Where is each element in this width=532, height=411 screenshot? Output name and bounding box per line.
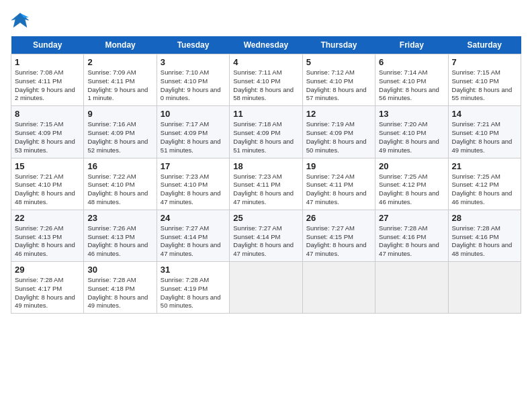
cell-info: Sunrise: 7:25 AMSunset: 4:12 PMDaylight:… — [379, 173, 444, 207]
table-row — [302, 262, 375, 314]
table-row: 16 Sunrise: 7:22 AMSunset: 4:10 PMDaylig… — [84, 158, 157, 210]
cell-info: Sunrise: 7:14 AMSunset: 4:10 PMDaylight:… — [379, 68, 444, 103]
date-number: 17 — [161, 161, 226, 171]
table-row: 25 Sunrise: 7:27 AMSunset: 4:14 PMDaylig… — [230, 210, 302, 261]
date-number: 7 — [452, 57, 517, 67]
cell-info: Sunrise: 7:23 AMSunset: 4:10 PMDaylight:… — [161, 173, 226, 207]
cell-info: Sunrise: 7:15 AMSunset: 4:09 PMDaylight:… — [15, 120, 80, 154]
svg-marker-0 — [11, 13, 28, 28]
table-row: 4 Sunrise: 7:11 AMSunset: 4:10 PMDayligh… — [230, 54, 302, 106]
cell-info: Sunrise: 7:28 AMSunset: 4:18 PMDaylight:… — [87, 276, 152, 310]
day-header-sunday: Sunday — [11, 36, 84, 54]
date-number: 3 — [161, 57, 226, 67]
table-row: 6 Sunrise: 7:14 AMSunset: 4:10 PMDayligh… — [375, 54, 448, 106]
day-header-wednesday: Wednesday — [230, 36, 302, 54]
date-number: 26 — [306, 213, 371, 223]
calendar-table: SundayMondayTuesdayWednesdayThursdayFrid… — [11, 36, 521, 314]
cell-info: Sunrise: 7:26 AMSunset: 4:13 PMDaylight:… — [87, 224, 152, 259]
table-row: 7 Sunrise: 7:15 AMSunset: 4:10 PMDayligh… — [448, 54, 521, 106]
date-number: 30 — [87, 265, 152, 275]
date-number: 1 — [15, 57, 80, 67]
day-header-tuesday: Tuesday — [157, 36, 229, 54]
cell-info: Sunrise: 7:27 AMSunset: 4:14 PMDaylight:… — [161, 224, 226, 259]
cell-info: Sunrise: 7:23 AMSunset: 4:11 PMDaylight:… — [233, 173, 298, 207]
table-row: 3 Sunrise: 7:10 AMSunset: 4:10 PMDayligh… — [157, 54, 229, 106]
table-row: 19 Sunrise: 7:24 AMSunset: 4:11 PMDaylig… — [302, 158, 375, 210]
table-row: 27 Sunrise: 7:28 AMSunset: 4:16 PMDaylig… — [375, 210, 448, 261]
table-row: 9 Sunrise: 7:16 AMSunset: 4:09 PMDayligh… — [84, 106, 157, 158]
date-number: 4 — [233, 57, 298, 67]
logo-icon — [11, 11, 30, 30]
date-number: 18 — [233, 161, 298, 171]
cell-info: Sunrise: 7:18 AMSunset: 4:09 PMDaylight:… — [233, 120, 298, 154]
cell-info: Sunrise: 7:25 AMSunset: 4:12 PMDaylight:… — [452, 173, 517, 207]
cell-info: Sunrise: 7:28 AMSunset: 4:16 PMDaylight:… — [452, 224, 517, 259]
table-row: 8 Sunrise: 7:15 AMSunset: 4:09 PMDayligh… — [11, 106, 84, 158]
cell-info: Sunrise: 7:17 AMSunset: 4:09 PMDaylight:… — [161, 120, 226, 154]
table-row: 21 Sunrise: 7:25 AMSunset: 4:12 PMDaylig… — [448, 158, 521, 210]
date-number: 6 — [379, 57, 444, 67]
cell-info: Sunrise: 7:27 AMSunset: 4:14 PMDaylight:… — [233, 224, 298, 259]
date-number: 28 — [452, 213, 517, 223]
date-number: 2 — [87, 57, 152, 67]
table-row: 5 Sunrise: 7:12 AMSunset: 4:10 PMDayligh… — [302, 54, 375, 106]
cell-info: Sunrise: 7:20 AMSunset: 4:10 PMDaylight:… — [379, 120, 444, 154]
date-number: 27 — [379, 213, 444, 223]
table-row: 13 Sunrise: 7:20 AMSunset: 4:10 PMDaylig… — [375, 106, 448, 158]
table-row: 15 Sunrise: 7:21 AMSunset: 4:10 PMDaylig… — [11, 158, 84, 210]
cell-info: Sunrise: 7:19 AMSunset: 4:09 PMDaylight:… — [306, 120, 371, 154]
table-row: 24 Sunrise: 7:27 AMSunset: 4:14 PMDaylig… — [157, 210, 229, 261]
table-row: 23 Sunrise: 7:26 AMSunset: 4:13 PMDaylig… — [84, 210, 157, 261]
date-number: 25 — [233, 213, 298, 223]
date-number: 13 — [379, 109, 444, 119]
day-header-friday: Friday — [375, 36, 448, 54]
date-number: 24 — [161, 213, 226, 223]
date-number: 14 — [452, 109, 517, 119]
table-row: 20 Sunrise: 7:25 AMSunset: 4:12 PMDaylig… — [375, 158, 448, 210]
table-row: 26 Sunrise: 7:27 AMSunset: 4:15 PMDaylig… — [302, 210, 375, 261]
table-row — [375, 262, 448, 314]
date-number: 5 — [306, 57, 371, 67]
day-header-thursday: Thursday — [302, 36, 375, 54]
cell-info: Sunrise: 7:26 AMSunset: 4:13 PMDaylight:… — [15, 224, 80, 259]
cell-info: Sunrise: 7:12 AMSunset: 4:10 PMDaylight:… — [306, 68, 371, 103]
cell-info: Sunrise: 7:21 AMSunset: 4:10 PMDaylight:… — [15, 173, 80, 207]
day-header-saturday: Saturday — [448, 36, 521, 54]
cell-info: Sunrise: 7:11 AMSunset: 4:10 PMDaylight:… — [233, 68, 298, 103]
table-row — [230, 262, 302, 314]
date-number: 16 — [87, 161, 152, 171]
cell-info: Sunrise: 7:28 AMSunset: 4:19 PMDaylight:… — [161, 276, 226, 310]
date-number: 9 — [87, 109, 152, 119]
table-row: 11 Sunrise: 7:18 AMSunset: 4:09 PMDaylig… — [230, 106, 302, 158]
header — [11, 11, 521, 30]
date-number: 10 — [161, 109, 226, 119]
date-number: 29 — [15, 265, 80, 275]
table-row: 30 Sunrise: 7:28 AMSunset: 4:18 PMDaylig… — [84, 262, 157, 314]
date-number: 11 — [233, 109, 298, 119]
cell-info: Sunrise: 7:08 AMSunset: 4:11 PMDaylight:… — [15, 68, 80, 103]
table-row: 29 Sunrise: 7:28 AMSunset: 4:17 PMDaylig… — [11, 262, 84, 314]
date-number: 21 — [452, 161, 517, 171]
date-number: 12 — [306, 109, 371, 119]
cell-info: Sunrise: 7:09 AMSunset: 4:11 PMDaylight:… — [87, 68, 152, 103]
table-row: 1 Sunrise: 7:08 AMSunset: 4:11 PMDayligh… — [11, 54, 84, 106]
table-row: 22 Sunrise: 7:26 AMSunset: 4:13 PMDaylig… — [11, 210, 84, 261]
cell-info: Sunrise: 7:24 AMSunset: 4:11 PMDaylight:… — [306, 173, 371, 207]
date-number: 23 — [87, 213, 152, 223]
logo — [11, 11, 32, 30]
date-number: 15 — [15, 161, 80, 171]
table-row: 17 Sunrise: 7:23 AMSunset: 4:10 PMDaylig… — [157, 158, 229, 210]
cell-info: Sunrise: 7:22 AMSunset: 4:10 PMDaylight:… — [87, 173, 152, 207]
table-row: 18 Sunrise: 7:23 AMSunset: 4:11 PMDaylig… — [230, 158, 302, 210]
cell-info: Sunrise: 7:10 AMSunset: 4:10 PMDaylight:… — [161, 68, 226, 103]
date-number: 20 — [379, 161, 444, 171]
table-row: 28 Sunrise: 7:28 AMSunset: 4:16 PMDaylig… — [448, 210, 521, 261]
date-number: 22 — [15, 213, 80, 223]
cell-info: Sunrise: 7:15 AMSunset: 4:10 PMDaylight:… — [452, 68, 517, 103]
table-row: 10 Sunrise: 7:17 AMSunset: 4:09 PMDaylig… — [157, 106, 229, 158]
cell-info: Sunrise: 7:21 AMSunset: 4:10 PMDaylight:… — [452, 120, 517, 154]
table-row: 2 Sunrise: 7:09 AMSunset: 4:11 PMDayligh… — [84, 54, 157, 106]
cell-info: Sunrise: 7:28 AMSunset: 4:17 PMDaylight:… — [15, 276, 80, 310]
date-number: 31 — [161, 265, 226, 275]
date-number: 19 — [306, 161, 371, 171]
